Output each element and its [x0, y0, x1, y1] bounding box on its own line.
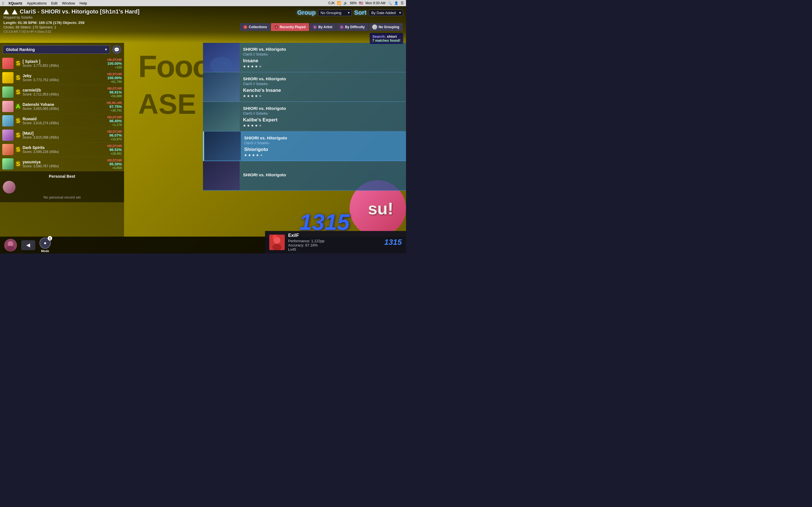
chat-button[interactable]: 💬 [112, 45, 121, 54]
beatmap-thumb-svg-5 [203, 161, 240, 190]
score-value-3: Score: 3,711,953 (458x) [22, 93, 106, 96]
notif-avatar-svg [269, 235, 285, 250]
rank-letter-8: S [15, 160, 21, 168]
score-pp-4: +38,791 [107, 109, 122, 112]
beatmap-song-title-3: SHIORI vs. Hitorigoto [243, 106, 403, 111]
player-name-6: [MaU] [22, 131, 106, 135]
beatmap-song-title-4: SHIORI vs. Hitorigoto [244, 135, 403, 140]
menu-icon[interactable]: ☰ [401, 1, 404, 5]
svg-rect-4 [203, 72, 240, 101]
player-name-4: Datenshi Yohane [22, 102, 105, 107]
beatmap-artist-2: ClariS // Sotarks- [243, 82, 403, 86]
score-entry-1[interactable]: S [ Splash ] Score: 3,773,852 (458x) HD,… [0, 56, 124, 71]
score-value-6: Score: 3,615,098 (458x) [22, 135, 106, 139]
beatmap-song-title-5: SHIORI vs. Hitorigoto [243, 172, 403, 177]
star-3-4 [255, 124, 258, 127]
score-entry-7[interactable]: S Dark Spirits Score: 3,599,228 (458x) H… [0, 143, 124, 157]
beatmap-entry-3[interactable]: SHIORI vs. Hitorigoto ClariS // Sotarks-… [203, 102, 406, 131]
beatmap-info-3: SHIORI vs. Hitorigoto ClariS // Sotarks-… [240, 103, 406, 130]
sort-dropdown[interactable]: By Date Added By Artist By Difficulty By… [369, 10, 403, 16]
score-acc-5: 96.40% [107, 119, 122, 123]
beatmap-artist-4: ClariS // Sotarks- [244, 141, 403, 145]
beatmap-entry-1[interactable]: SHIORI vs. Hitorigoto ClariS // Sotarks-… [203, 43, 406, 72]
score-right-6: HD,DT,HR 96.07% +15,870 [107, 130, 122, 141]
search-icon[interactable]: 🔍 [388, 1, 392, 5]
score-info-1: [ Splash ] Score: 3,773,852 (458x) [22, 59, 106, 68]
score-entry-6[interactable]: S [MaU] Score: 3,615,098 (458x) HD,DT,HR… [0, 128, 124, 143]
star-4-4 [256, 154, 259, 157]
star-1-1 [243, 65, 246, 68]
beatmap-diff-2: Kencho's Insane [243, 88, 403, 93]
mode-label: Mode [41, 249, 49, 252]
avatar-3 [2, 87, 13, 98]
score-value-2: Score: 3,773,752 (458x) [22, 78, 106, 82]
score-entry-4[interactable]: A Datenshi Yohane Score: 3,655,065 (458x… [0, 100, 124, 114]
tab-recently-played[interactable]: ♦ Recently Played [271, 23, 309, 31]
flag-icon: 🇺🇸 [359, 1, 363, 5]
notif-performance: Performance: 1,122pp [288, 239, 381, 243]
rank-letter-1: S [15, 60, 21, 67]
beatmap-list[interactable]: SHIORI vs. Hitorigoto ClariS // Sotarks-… [203, 43, 406, 237]
diff-stars-3 [243, 124, 403, 127]
score-right-3: HD,DT,HR 98.91% +56,888 [107, 87, 122, 98]
score-entry-8[interactable]: S yasumiya Score: 3,580,767 (456x) HD,DT… [0, 157, 124, 171]
no-grouping-avatar [372, 24, 377, 30]
score-entry-5[interactable]: S Ruwaid Score: 3,616,274 (458x) HD,DT,H… [0, 114, 124, 128]
collections-icon: ♦ [243, 25, 247, 29]
nav-back-button[interactable]: ◀ [21, 240, 35, 250]
group-sort-bar: Group No Grouping By Artist By Difficult… [297, 9, 403, 16]
score-pp-3: +56,888 [107, 94, 122, 98]
menubar:  XQuartz Applications Edit Window Help … [0, 0, 406, 6]
applications-menu[interactable]: Applications [27, 1, 47, 5]
beatmap-thumb-1 [203, 43, 240, 72]
svg-point-15 [273, 237, 280, 244]
edit-menu[interactable]: Edit [51, 1, 57, 5]
score-right-4: HD,NC,HR 97.75% +38,791 [107, 101, 122, 112]
window-menu[interactable]: Window [62, 1, 75, 5]
beatmap-entry-2[interactable]: SHIORI vs. Hitorigoto ClariS // Sotarks-… [203, 72, 406, 102]
bottom-notification: ExilF Performance: 1,122pp Accuracy: 87.… [265, 231, 406, 253]
score-info-2: Jeby Score: 3,773,752 (458x) [22, 73, 106, 82]
score-mods-6: HD,DT,HR [107, 130, 122, 133]
search-query: shiori [387, 34, 397, 39]
xquartz-menu[interactable]: XQuartz [8, 1, 22, 5]
score-info-6: [MaU] Score: 3,615,098 (458x) [22, 131, 106, 139]
score-info-8: yasumiya Score: 3,580,767 (456x) [22, 160, 106, 168]
svg-rect-8 [204, 131, 241, 161]
score-mods-2: HD,DT,HR [107, 72, 122, 76]
beatmap-info-1: SHIORI vs. Hitorigoto ClariS // Sotarks-… [240, 44, 406, 71]
beatmap-thumb-svg-2 [203, 72, 240, 101]
clock: Mon 9:30 AM [365, 1, 386, 5]
tab-by-difficulty-label: By Difficulty [345, 25, 365, 29]
beatmap-entry-4[interactable]: SHIORI vs. Hitorigoto ClariS // Sotarks-… [203, 131, 406, 161]
score-entry-2[interactable]: S Jeby Score: 3,773,752 (458x) HD,DT,HR … [0, 71, 124, 85]
score-value-4: Score: 3,655,065 (458x) [22, 107, 105, 111]
notif-avatar [269, 235, 285, 250]
group-dropdown[interactable]: No Grouping By Artist By Difficulty Coll… [318, 10, 352, 16]
notif-accuracy: Accuracy: 87.18% [288, 243, 381, 247]
tab-no-grouping-label: No Grouping [378, 25, 399, 29]
star-2-4 [255, 95, 258, 98]
avatar-5 [2, 115, 13, 126]
svg-rect-6 [203, 102, 240, 131]
beatmap-entry-5[interactable]: SHIORI vs. Hitorigoto [203, 161, 406, 191]
tab-no-grouping[interactable]: No Grouping [369, 23, 403, 31]
score-entry-3[interactable]: S carmiel2b Score: 3,711,953 (458x) HD,D… [0, 85, 124, 100]
star-2-5 [259, 95, 262, 98]
tab-by-artist[interactable]: ♦ By Artist [310, 23, 336, 31]
ranking-select[interactable]: Global Ranking Country Ranking Friend Ra… [3, 45, 110, 54]
tab-by-difficulty[interactable]: ♦ By Difficulty [336, 23, 368, 31]
beatmap-thumb-3 [203, 102, 240, 131]
apple-menu[interactable]:  [2, 1, 4, 6]
help-menu[interactable]: Help [80, 1, 87, 5]
score-right-2: HD,DT,HR 100.00% +61,799 [107, 72, 122, 83]
sort-label: Sort [354, 9, 366, 16]
bg-text-ase: ASE [138, 88, 196, 120]
mode-section[interactable]: ● 1 Mode [40, 237, 51, 252]
score-value-1: Score: 3,773,852 (458x) [22, 64, 106, 68]
ranking-dropdown-row: Global Ranking Country Ranking Friend Ra… [0, 43, 124, 56]
tab-bar: ♦ Collections ♦ Recently Played ♦ By Art… [240, 23, 403, 31]
score-pp-2: +61,799 [107, 80, 122, 83]
ranking-select-wrapper: Global Ranking Country Ranking Friend Ra… [3, 45, 110, 54]
tab-collections[interactable]: ♦ Collections [240, 23, 270, 31]
